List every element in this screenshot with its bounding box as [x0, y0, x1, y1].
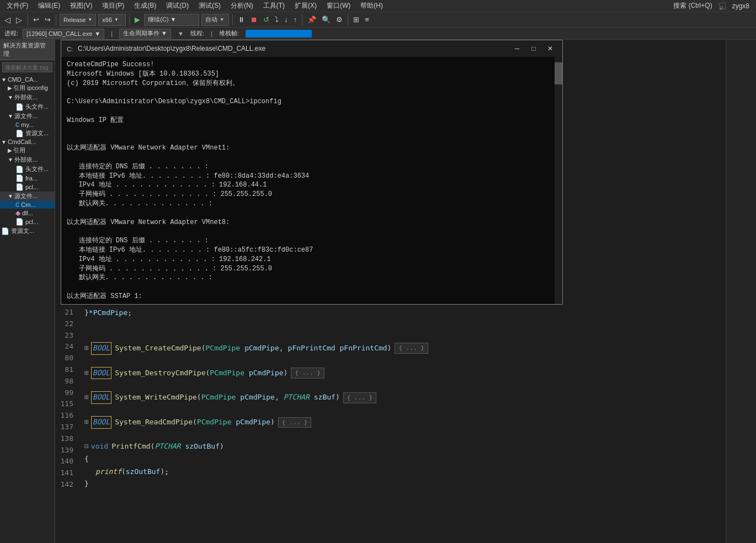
- tree-item-cm[interactable]: C Cm...: [0, 201, 55, 209]
- process-dropdown[interactable]: [12960] CMD_CALL.exe ▼: [23, 29, 104, 39]
- arrow-icon: ▼: [1, 139, 7, 145]
- redo-btn[interactable]: ↪: [43, 14, 52, 25]
- code-text-21: }: [84, 307, 89, 319]
- param2-99: szBuf: [314, 392, 336, 403]
- pause-btn[interactable]: ⏸: [236, 14, 247, 25]
- cmd-titlebar: C: C:\Users\Administrator\Desktop\zygx8\…: [61, 40, 562, 57]
- stepover-btn[interactable]: ⤵: [273, 14, 280, 25]
- stop-btn[interactable]: ⏹: [249, 14, 259, 25]
- sidebar-search-input[interactable]: [2, 62, 52, 72]
- line-num-140: 140: [55, 456, 73, 467]
- right-panel-content: [726, 40, 756, 44]
- menu-debug[interactable]: 调试(D): [162, 0, 193, 12]
- tree-item-cmdcall[interactable]: ▼ CmdCall...: [0, 138, 55, 146]
- tree-item-pcl1[interactable]: 📄 pcl...: [0, 183, 55, 191]
- config-arrow: ▼: [88, 17, 92, 22]
- cmd-scrollbar[interactable]: [555, 57, 562, 304]
- code-line-22: [84, 320, 721, 331]
- c-icon: C: [15, 122, 19, 128]
- tree-label: 引用 ipconfig: [13, 84, 48, 92]
- tools-btn1[interactable]: 📌: [306, 14, 318, 25]
- auto-dropdown[interactable]: 自动 ▼: [201, 14, 229, 26]
- cmd-maximize-btn[interactable]: □: [526, 42, 541, 55]
- tree-item-solve[interactable]: ▼ CMD_CA...: [0, 76, 55, 83]
- tree-item-header2[interactable]: 📄 头文件...: [0, 164, 55, 174]
- tree-item-dll[interactable]: ◆ dll...: [0, 209, 55, 217]
- search-icon: ⌕: [719, 3, 726, 9]
- menu-search[interactable]: 搜索 (Ctrl+Q): [669, 0, 716, 12]
- param-116: pCmdPipe: [236, 417, 270, 428]
- menu-extensions[interactable]: 扩展(X): [290, 0, 321, 12]
- tree-item-ref1[interactable]: ▶ 引用 ipconfig: [0, 83, 55, 93]
- cmd-line-blank9: [67, 301, 557, 304]
- cmd-line-blank7: [67, 227, 557, 236]
- back-btn[interactable]: ◁: [2, 14, 13, 25]
- expand-icon-116[interactable]: ⊞: [84, 417, 89, 428]
- collapsed-body-81: { ... }: [291, 368, 324, 379]
- tree-item-fra[interactable]: 📄 fra...: [0, 174, 55, 183]
- cmd-line-sstap: 以太网适配器 SSTAP 1:: [67, 292, 557, 301]
- tree-item-header1[interactable]: 📄 头文件...: [0, 102, 55, 111]
- menu-file[interactable]: 文件(F): [2, 0, 33, 12]
- tools-btn3[interactable]: ⚙: [334, 14, 344, 25]
- tree-item-src1[interactable]: ▼ 源文件...: [0, 111, 55, 121]
- tree-item-ref2[interactable]: ▶ 引用: [0, 146, 55, 155]
- menu-build[interactable]: 生成(B): [130, 0, 161, 12]
- undo-btn[interactable]: ↩: [31, 14, 41, 25]
- code-line-98: [84, 380, 721, 391]
- menu-tools[interactable]: 工具(T): [259, 0, 289, 12]
- collapse-icon-138[interactable]: ⊟: [84, 441, 89, 453]
- menu-analyze[interactable]: 分析(N): [226, 0, 258, 12]
- menu-edit[interactable]: 编辑(E): [34, 0, 65, 12]
- tree-item-resfile[interactable]: 📄 资源文...: [0, 226, 55, 236]
- right-panel: [726, 40, 756, 543]
- tools-btn2[interactable]: 🔍: [320, 14, 332, 25]
- cmd-line-blank6: [67, 209, 557, 218]
- paren-open-99: (: [197, 392, 201, 403]
- menu-view[interactable]: 视图(V): [66, 0, 97, 12]
- cmd-scrollbar-thumb[interactable]: [555, 62, 562, 84]
- layout-btn2[interactable]: ≡: [363, 14, 371, 25]
- line-num-98: 98: [55, 376, 73, 387]
- continue-dropdown[interactable]: 继续(C) ▼: [144, 14, 199, 26]
- user-name[interactable]: zygx8: [728, 1, 754, 11]
- tree-item-pcl2[interactable]: 📄 pcl...: [0, 217, 55, 226]
- forward-btn[interactable]: ▷: [14, 14, 24, 25]
- type-116: PCmdPipe: [197, 417, 232, 428]
- cmd-controls: ─ □ ✕: [509, 42, 558, 55]
- tree-label: CMD_CA...: [8, 76, 39, 83]
- platform-dropdown[interactable]: x86 ▼: [98, 14, 126, 26]
- config-dropdown[interactable]: Release ▼: [60, 14, 96, 26]
- tree-label: 资源文...: [25, 129, 49, 137]
- tree-container: ▼ CMD_CA... ▶ 引用 ipconfig ▼ 外部依... 📄 头文件…: [0, 74, 55, 543]
- tree-item-res1[interactable]: 📄 资源文...: [0, 129, 55, 138]
- bool-keyword-99: BOOL: [91, 391, 111, 404]
- func-name-24: System_CreateCmdPipe: [115, 343, 201, 354]
- layout-btn1[interactable]: ⊞: [352, 14, 361, 25]
- tree-item-ext2[interactable]: ▼ 外部依...: [0, 155, 55, 164]
- cmd-close-btn[interactable]: ✕: [542, 42, 558, 55]
- expand-icon-24[interactable]: ⊞: [84, 343, 89, 354]
- stepinto-btn[interactable]: ↓: [283, 14, 290, 25]
- cmd-minimize-btn[interactable]: ─: [509, 42, 525, 55]
- type-99: PCmdPipe: [201, 392, 236, 403]
- play-icon[interactable]: ▶: [133, 14, 142, 25]
- tree-item-srcfolder[interactable]: ▼ 源文件...: [0, 191, 55, 201]
- expand-icon-81[interactable]: ⊞: [84, 368, 89, 379]
- close-brace-141: }: [84, 478, 89, 490]
- tree-label: 源文件...: [14, 112, 38, 120]
- tree-item-cfile1[interactable]: C my...: [0, 121, 55, 129]
- restart-btn[interactable]: ↺: [262, 14, 271, 25]
- menu-project[interactable]: 项目(P): [98, 0, 129, 12]
- menu-window[interactable]: 窗口(W): [322, 0, 355, 12]
- lifecycle-dropdown[interactable]: 生命周期事件 ▼: [119, 29, 171, 39]
- menu-test[interactable]: 测试(S): [194, 0, 225, 12]
- tree-item-ext1[interactable]: ▼ 外部依...: [0, 93, 55, 102]
- code-line-80: [84, 355, 721, 366]
- menu-help[interactable]: 帮助(H): [356, 0, 387, 12]
- cmd-body: CreateCmdPipe Success! Microsoft Windows…: [61, 57, 562, 304]
- cmd-line-ipv61: 本地链接 IPv6 地址. . . . . . . . : fe80::8da4…: [67, 172, 557, 181]
- expand-icon-99[interactable]: ⊞: [84, 392, 89, 403]
- paren-open-81: (: [206, 368, 210, 379]
- stepout-btn[interactable]: ↑: [292, 14, 299, 25]
